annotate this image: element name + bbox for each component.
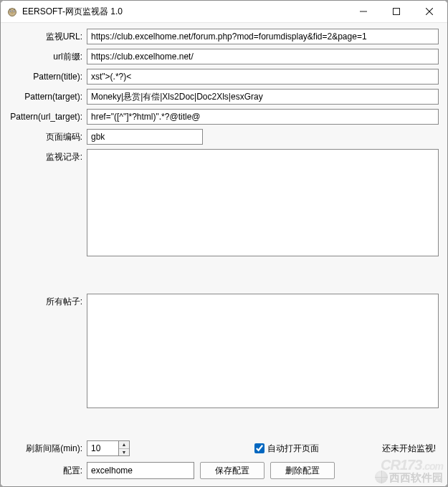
auto-open-label: 自动打开页面	[267, 443, 319, 455]
label-interval: 刷新间隔(min):	[8, 443, 87, 455]
titlebar: EERSOFT-网页监视器 1.0	[1, 1, 447, 22]
window-title: EERSOFT-网页监视器 1.0	[22, 6, 123, 18]
minimize-button[interactable]	[347, 1, 380, 22]
close-button[interactable]	[413, 1, 446, 22]
label-prefix: url前缀:	[8, 49, 87, 64]
input-pattern-url-target[interactable]	[87, 109, 439, 125]
label-posts: 所有帖子:	[8, 294, 87, 309]
textarea-posts[interactable]	[87, 294, 439, 408]
input-pattern-title[interactable]	[87, 69, 439, 85]
input-encoding[interactable]	[87, 129, 203, 145]
spinner-down-icon[interactable]: ▼	[119, 448, 129, 456]
config-combobox-input[interactable]	[87, 463, 202, 478]
input-url[interactable]	[87, 29, 439, 44]
auto-open-checkbox[interactable]	[254, 443, 264, 453]
label-url: 监视URL:	[8, 29, 87, 44]
interval-spinner[interactable]: ▲ ▼	[87, 440, 130, 456]
label-records: 监视记录:	[8, 149, 87, 165]
window-controls	[347, 1, 446, 22]
status-text: 还未开始监视!	[382, 443, 436, 455]
app-window: EERSOFT-网页监视器 1.0 监视URL: url前缀: Pattern(…	[0, 0, 448, 487]
label-pattern-url-target: Pattern(url_target):	[8, 109, 87, 125]
client-area: 监视URL: url前缀: Pattern(title): Pattern(ta…	[1, 22, 447, 486]
input-prefix[interactable]	[87, 49, 439, 64]
app-icon	[6, 6, 18, 17]
svg-point-0	[9, 9, 16, 16]
label-pattern-target: Pattern(target):	[8, 89, 87, 105]
delete-config-button[interactable]: 删除配置	[270, 462, 335, 479]
input-interval[interactable]	[87, 440, 118, 456]
svg-rect-5	[394, 9, 400, 15]
label-pattern-title: Pattern(title):	[8, 69, 87, 85]
textarea-records[interactable]	[87, 149, 439, 256]
config-combobox[interactable]	[87, 462, 194, 479]
input-pattern-target[interactable]	[87, 89, 439, 105]
svg-point-3	[10, 11, 11, 11]
label-config: 配置:	[8, 465, 87, 477]
auto-open-checkbox-wrap[interactable]: 自动打开页面	[252, 441, 319, 455]
save-config-button[interactable]: 保存配置	[200, 462, 264, 479]
spinner-buttons[interactable]: ▲ ▼	[118, 440, 130, 456]
svg-point-4	[14, 11, 14, 11]
label-encoding: 页面编码:	[8, 129, 87, 145]
spinner-up-icon[interactable]: ▲	[119, 441, 129, 448]
maximize-button[interactable]	[380, 1, 413, 22]
